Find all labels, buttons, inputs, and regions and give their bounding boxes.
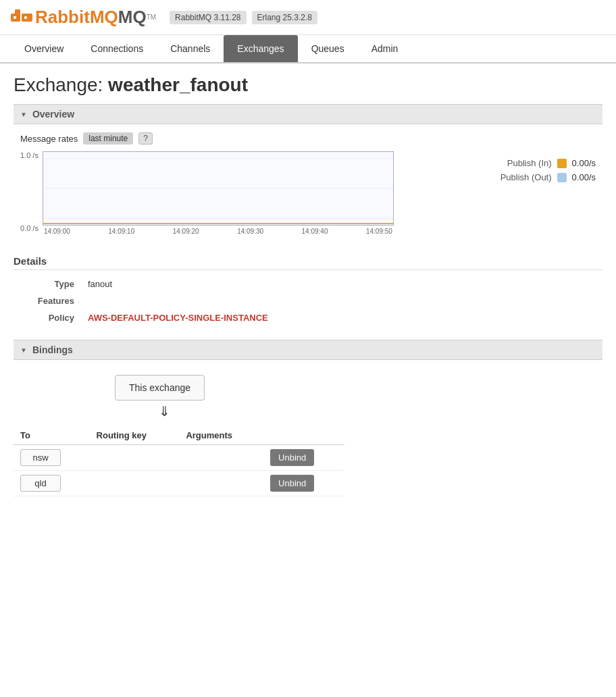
details-features-row: Features — [14, 292, 602, 309]
binding-qld-routing-key — [90, 471, 180, 496]
binding-qld-to: qld — [14, 471, 90, 496]
chart-container: 1.0 /s 0.0 /s 14:09:00 — [20, 151, 596, 235]
binding-nsw-routing-key — [90, 445, 180, 471]
chart-y-labels: 1.0 /s 0.0 /s — [20, 151, 38, 232]
chart-y-bottom: 0.0 /s — [20, 224, 38, 232]
col-actions — [263, 426, 344, 445]
logo-tm: TM — [147, 14, 156, 21]
nav-overview[interactable]: Overview — [11, 35, 77, 62]
overview-content: Message rates last minute ? 1.0 /s 0.0 /… — [14, 132, 602, 255]
details-table: Type fanout Features Policy AWS-DEFAULT-… — [14, 276, 602, 326]
col-arguments: Arguments — [179, 426, 263, 445]
binding-row-qld: qld Unbind — [14, 471, 344, 496]
binding-qld-arguments — [179, 471, 263, 496]
nav-bar: Overview Connections Channels Exchanges … — [0, 35, 616, 63]
policy-label: Policy — [14, 309, 81, 326]
help-button[interactable]: ? — [138, 132, 153, 145]
logo-mq-text: MQ — [118, 7, 147, 28]
exchange-name: weather_fanout — [108, 74, 248, 95]
col-routing-key: Routing key — [90, 426, 180, 445]
nav-connections[interactable]: Connections — [77, 35, 157, 62]
type-label: Type — [14, 276, 81, 292]
binding-nsw-action: Unbind — [263, 445, 344, 471]
publish-out-label: Publish (Out) — [498, 172, 552, 182]
nav-admin[interactable]: Admin — [358, 35, 412, 62]
logo-rabbit-text: RabbitMQ — [35, 7, 118, 28]
chart-main: 14:09:00 14:09:10 14:09:20 14:09:30 14:0… — [43, 151, 478, 235]
chart-y-top: 1.0 /s — [20, 151, 38, 159]
nav-channels[interactable]: Channels — [157, 35, 224, 62]
nav-exchanges-active[interactable]: Exchanges — [224, 35, 297, 62]
binding-qld-action: Unbind — [263, 471, 344, 496]
this-exchange-box: This exchange — [115, 375, 205, 401]
last-minute-button[interactable]: last minute — [83, 132, 133, 145]
bindings-triangle-icon: ▼ — [20, 346, 27, 354]
message-rates-row: Message rates last minute ? — [20, 132, 596, 145]
version-badges: RabbitMQ 3.11.28 Erlang 25.3.2.8 — [170, 11, 317, 24]
publish-out-color-swatch — [557, 173, 567, 182]
legend-publish-out: Publish (Out) 0.00/s — [498, 172, 596, 182]
type-value: fanout — [81, 276, 602, 292]
chart-x-2: 14:09:20 — [173, 228, 199, 235]
chart-x-5: 14:09:50 — [366, 228, 392, 235]
svg-rect-3 — [14, 16, 16, 19]
chart-legend: Publish (In) 0.00/s Publish (Out) 0.00/s — [498, 151, 596, 182]
chart-x-4: 14:09:40 — [302, 228, 328, 235]
bindings-section-title: Bindings — [32, 344, 73, 355]
logo: RabbitMQMQTM — [11, 7, 156, 28]
chart-x-1: 14:09:10 — [108, 228, 134, 235]
page-content: Exchange: weather_fanout ▼ Overview Mess… — [0, 63, 616, 514]
erlang-version-badge: Erlang 25.3.2.8 — [252, 11, 317, 24]
chart-graph — [43, 151, 394, 226]
nav-queues[interactable]: Queues — [298, 35, 358, 62]
bindings-content: This exchange ⇓ To Routing key Arguments… — [14, 368, 602, 503]
details-policy-row: Policy AWS-DEFAULT-POLICY-SINGLE-INSTANC… — [14, 309, 602, 326]
rabbitmq-logo-icon — [11, 8, 32, 27]
publish-in-label: Publish (In) — [498, 158, 552, 168]
features-value — [81, 292, 602, 309]
policy-value: AWS-DEFAULT-POLICY-SINGLE-INSTANCE — [81, 309, 602, 326]
binding-row-nsw: nsw Unbind — [14, 445, 344, 471]
down-arrow-icon: ⇓ — [159, 403, 602, 419]
publish-out-value: 0.00/s — [572, 172, 596, 182]
overview-triangle-icon: ▼ — [20, 111, 27, 118]
queue-box-nsw: nsw — [20, 449, 61, 466]
chart-svg — [43, 152, 393, 225]
publish-in-color-swatch — [557, 159, 567, 168]
features-label: Features — [14, 292, 81, 309]
unbind-qld-button[interactable]: Unbind — [270, 475, 314, 492]
details-title: Details — [14, 255, 602, 270]
queue-box-qld: qld — [20, 475, 61, 492]
chart-x-labels: 14:09:00 14:09:10 14:09:20 14:09:30 14:0… — [43, 228, 394, 235]
binding-nsw-to: nsw — [14, 445, 90, 471]
svg-rect-4 — [24, 16, 27, 19]
page-title: Exchange: weather_fanout — [14, 74, 602, 96]
bindings-table: To Routing key Arguments nsw Unbind — [14, 426, 344, 496]
svg-rect-1 — [15, 9, 20, 15]
overview-section-header: ▼ Overview — [14, 104, 602, 124]
legend-publish-in: Publish (In) 0.00/s — [498, 158, 596, 168]
message-rates-label: Message rates — [20, 134, 78, 144]
overview-section-title: Overview — [32, 109, 74, 120]
chart-x-0: 14:09:00 — [44, 228, 70, 235]
details-section: Details Type fanout Features Policy AWS-… — [14, 255, 602, 326]
details-type-row: Type fanout — [14, 276, 602, 292]
binding-nsw-arguments — [179, 445, 263, 471]
publish-in-value: 0.00/s — [572, 158, 596, 168]
chart-x-3: 14:09:30 — [237, 228, 263, 235]
top-header: RabbitMQMQTM RabbitMQ 3.11.28 Erlang 25.… — [0, 0, 616, 35]
bindings-section-header: ▼ Bindings — [14, 340, 602, 360]
rabbitmq-version-badge: RabbitMQ 3.11.28 — [170, 11, 246, 24]
col-to: To — [14, 426, 90, 445]
unbind-nsw-button[interactable]: Unbind — [270, 449, 314, 466]
bindings-table-header-row: To Routing key Arguments — [14, 426, 344, 445]
